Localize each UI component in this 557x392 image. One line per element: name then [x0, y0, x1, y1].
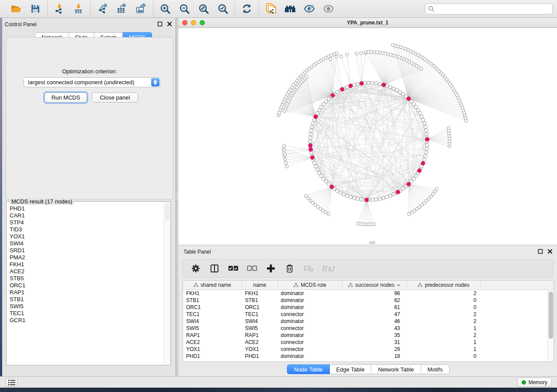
- table-row[interactable]: SWI4SWI4dominator462: [183, 318, 547, 325]
- table-row[interactable]: FKH1FKH1dominator962: [183, 290, 547, 297]
- export-table-icon[interactable]: [116, 3, 128, 15]
- table-cell: SWI5: [242, 325, 278, 331]
- mcds-result-item[interactable]: PMA2: [10, 254, 161, 261]
- window-maximize-icon[interactable]: [200, 20, 205, 25]
- open-file-icon[interactable]: [10, 3, 22, 15]
- tab-node-table[interactable]: Node Table: [287, 364, 330, 374]
- add-column-icon[interactable]: [265, 263, 277, 274]
- table-header-row: shared namenameMCDS rolesuccessor nodesp…: [183, 281, 554, 290]
- mcds-result-item[interactable]: SWI4: [10, 240, 161, 247]
- import-network-icon[interactable]: [53, 3, 66, 15]
- show-all-icon[interactable]: [322, 3, 335, 15]
- mcds-result-item[interactable]: STB5: [10, 275, 161, 282]
- close-panel-button[interactable]: Close panel: [92, 93, 138, 103]
- mcds-result-item[interactable]: TID3: [10, 226, 161, 233]
- column-header-MCDS-role[interactable]: MCDS role: [278, 281, 343, 289]
- mcds-result-item[interactable]: RAP1: [10, 289, 161, 296]
- table-cell: 31: [342, 339, 406, 345]
- zoom-fit-icon[interactable]: [197, 3, 210, 15]
- window-close-icon[interactable]: [182, 20, 187, 25]
- memory-button[interactable]: Memory: [517, 378, 552, 387]
- delete-table-icon[interactable]: [303, 263, 314, 274]
- column-header-shared-name[interactable]: shared name: [183, 281, 242, 289]
- search-input[interactable]: [425, 3, 553, 14]
- window-minimize-icon[interactable]: [191, 20, 196, 25]
- function-builder-icon[interactable]: f(x): [322, 264, 334, 273]
- mcds-result-item[interactable]: PHD1: [10, 205, 161, 212]
- table-cell: YOX1: [183, 346, 242, 352]
- table-row[interactable]: YOX1YOX1connector291: [183, 346, 547, 353]
- table-row[interactable]: SWI5SWI5connector431: [183, 325, 547, 332]
- mcds-result-scrollbar[interactable]: [164, 202, 170, 365]
- network-graph[interactable]: [178, 28, 557, 245]
- settings-gear-icon[interactable]: [190, 263, 201, 274]
- node-table: shared namenameMCDS rolesuccessor nodesp…: [183, 280, 554, 362]
- export-image-icon[interactable]: [135, 3, 147, 15]
- mcds-result-item[interactable]: TEC1: [10, 310, 161, 317]
- table-tabbar: Node Table Edge Table Network Table Moti…: [287, 364, 450, 374]
- float-panel-icon[interactable]: [538, 249, 543, 255]
- main-toolbar: [0, 0, 557, 18]
- refresh-icon[interactable]: [241, 3, 253, 15]
- table-row[interactable]: ORC1ORC1dominator610: [183, 304, 547, 311]
- table-body: FKH1FKH1dominator962STB1STB1dominator620…: [183, 290, 547, 361]
- mcds-result-title: MCDS result (17 nodes): [10, 198, 74, 205]
- table-cell: FKH1: [183, 290, 242, 296]
- import-table-icon[interactable]: [73, 3, 85, 15]
- close-panel-icon[interactable]: [547, 249, 553, 255]
- mcds-result-item[interactable]: YOX1: [10, 233, 161, 240]
- optimization-criterion-select[interactable]: largest connected component (undirected): [24, 77, 160, 87]
- select-all-rows-icon[interactable]: [228, 263, 239, 274]
- mcds-result-item[interactable]: FKH1: [10, 261, 161, 268]
- status-bar: Memory: [0, 376, 557, 388]
- mcds-result-item[interactable]: SWI5: [10, 303, 161, 310]
- tab-edge-table[interactable]: Edge Table: [330, 364, 372, 374]
- table-cell: ORC1: [242, 304, 278, 310]
- table-cell: STB1: [242, 297, 278, 303]
- task-history-button[interactable]: [6, 378, 17, 387]
- table-cell: 2: [406, 332, 481, 338]
- tab-network-table[interactable]: Network Table: [371, 364, 421, 374]
- float-panel-icon[interactable]: [157, 21, 163, 28]
- mcds-result-item[interactable]: SRD1: [10, 247, 161, 254]
- run-mcds-button[interactable]: Run MCDS: [45, 93, 87, 103]
- table-row[interactable]: RAP1RAP1dominator352: [183, 332, 547, 339]
- mcds-result-item[interactable]: GCR1: [10, 317, 161, 324]
- mcds-result-item[interactable]: ACE2: [10, 268, 161, 275]
- table-row[interactable]: TEC1TEC1connector472: [183, 311, 547, 318]
- mcds-result-list[interactable]: PHD1CAR1STP4TID3YOX1SWI4SRD1PMA2FKH1ACE2…: [7, 204, 164, 364]
- close-panel-icon[interactable]: [167, 21, 172, 28]
- column-header-predecessor-nodes[interactable]: predecessor nodes: [407, 281, 481, 289]
- mcds-result-item[interactable]: CAR1: [10, 212, 161, 219]
- horizontal-splitter-handle[interactable]: [369, 241, 375, 244]
- clone-network-icon[interactable]: [265, 3, 277, 15]
- list-icon: [8, 380, 15, 385]
- zoom-in-icon[interactable]: [159, 3, 171, 15]
- split-columns-icon[interactable]: [209, 263, 220, 274]
- delete-column-icon[interactable]: [284, 263, 295, 274]
- save-session-icon[interactable]: [29, 3, 42, 15]
- hide-selected-icon[interactable]: [303, 3, 315, 15]
- mcds-result-item[interactable]: STB1: [10, 296, 161, 303]
- table-cell: 0: [406, 297, 481, 303]
- zoom-selected-icon[interactable]: [217, 3, 229, 15]
- mcds-result-item[interactable]: STP4: [10, 219, 161, 226]
- table-row[interactable]: STB1STB1dominator620: [183, 297, 547, 304]
- network-window-titlebar[interactable]: YPA_prune.txt_1: [178, 18, 557, 28]
- scrollbar-thumb[interactable]: [549, 292, 553, 339]
- first-neighbors-icon[interactable]: [284, 3, 296, 15]
- mcds-pane: Optimization criterion: largest connecte…: [6, 37, 173, 199]
- column-header-name[interactable]: name: [242, 281, 278, 289]
- mcds-result-item[interactable]: ORC1: [10, 282, 161, 289]
- table-cell: dominator: [277, 304, 342, 310]
- table-row[interactable]: ACE2ACE2connector311: [183, 339, 547, 346]
- zoom-out-icon[interactable]: [178, 3, 190, 15]
- table-row[interactable]: PHD1PHD1dominator180: [183, 353, 547, 360]
- export-network-icon[interactable]: [97, 3, 109, 15]
- column-header-successor-nodes[interactable]: successor nodes: [343, 281, 407, 289]
- deselect-all-rows-icon[interactable]: [246, 263, 258, 274]
- network-window-title: YPA_prune.txt_1: [347, 20, 388, 26]
- tab-motifs[interactable]: Motifs: [421, 364, 450, 374]
- network-canvas[interactable]: [178, 28, 557, 245]
- table-scrollbar[interactable]: [547, 290, 554, 361]
